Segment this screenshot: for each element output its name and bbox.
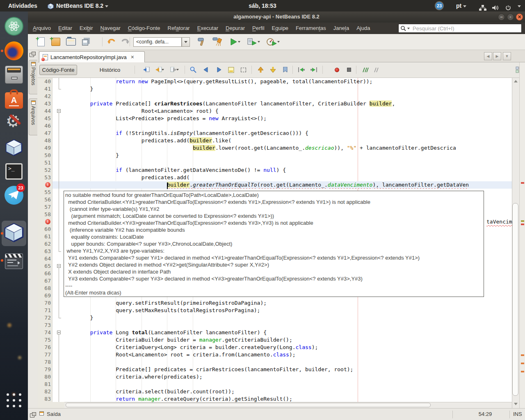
code-line[interactable]: CriteriaBuilder builder = manager.getCri… — [64, 336, 519, 344]
rect-selection-icon[interactable] — [239, 66, 248, 74]
history-view-button[interactable]: Histórico — [92, 65, 128, 75]
code-line[interactable] — [64, 322, 519, 329]
app-menu[interactable]: NetBeans IDE 8.2 — [48, 0, 108, 11]
toggle-highlight-icon[interactable] — [226, 66, 235, 74]
files-launcher[interactable] — [4, 65, 24, 84]
volume-icon[interactable] — [492, 3, 499, 9]
undo-button[interactable] — [106, 36, 117, 48]
code-line[interactable]: return new PageImpl<>(query.getResultLis… — [64, 78, 519, 85]
document-list-button[interactable]: ▼ — [503, 52, 511, 60]
menu-janela[interactable]: Janela — [330, 23, 353, 34]
save-all-button[interactable] — [80, 36, 92, 48]
prev-occurrence-icon[interactable] — [202, 66, 211, 74]
back-dropdown[interactable] — [162, 69, 164, 71]
scroll-down-icon[interactable] — [513, 402, 518, 406]
redo-button[interactable] — [119, 36, 131, 48]
code-line[interactable]: } — [64, 314, 519, 322]
code-line[interactable]: Root<Lancamento> root) { — [64, 107, 519, 115]
code-line[interactable]: builder.greaterThanOrEqualTo(root.get(La… — [64, 181, 519, 189]
next-document-button[interactable]: ▶ — [493, 52, 501, 60]
show-apps-launcher[interactable] — [4, 386, 24, 415]
clean-build-button[interactable] — [211, 36, 223, 48]
new-file-button[interactable]: + — [35, 36, 47, 48]
fold-box[interactable] — [57, 109, 61, 113]
menu-perfil[interactable]: Perfil — [249, 23, 268, 34]
code-line[interactable]: builder.lower(root.get(Lancamento_.descr… — [64, 144, 519, 152]
macro-stop-icon[interactable] — [345, 66, 354, 74]
config-selector[interactable]: <config. defa... — [133, 37, 182, 47]
run-dropdown[interactable] — [238, 41, 240, 43]
settings-launcher[interactable]: ⚙ — [4, 113, 24, 133]
netbeans-active-launcher[interactable] — [4, 223, 24, 242]
source-view-button[interactable]: Código-Fonte — [39, 65, 77, 75]
uncomment-icon[interactable] — [372, 66, 381, 74]
vertical-scroll-handle[interactable] — [512, 203, 518, 396]
code-line[interactable] — [64, 93, 519, 100]
shift-right-icon[interactable] — [309, 66, 318, 74]
code-editor[interactable]: 40 return new PageImpl<>(query.getResult… — [38, 78, 519, 408]
menu-código-fonte[interactable]: Código-Fonte — [124, 23, 164, 34]
profile-dropdown[interactable] — [277, 41, 280, 43]
sidebar-tab-files[interactable]: Arquivos — [29, 98, 37, 135]
macro-record-icon[interactable] — [332, 66, 341, 74]
error-stripe[interactable] — [519, 62, 525, 408]
dock-icon[interactable] — [30, 412, 36, 417]
code-line[interactable]: Root<Lancamento> root = criteria.from(La… — [64, 351, 519, 358]
code-line[interactable]: CriteriaQuery<Long> criteria = builder.c… — [64, 344, 519, 351]
system-menu-chevron[interactable] — [516, 0, 521, 11]
atom-launcher[interactable] — [4, 16, 24, 36]
debug-button[interactable] — [246, 36, 258, 48]
next-occurrence-icon[interactable] — [214, 66, 223, 74]
config-selector-arrow[interactable] — [182, 37, 190, 47]
stripe-mark[interactable] — [521, 224, 524, 225]
stripe-mark[interactable] — [521, 363, 524, 364]
software-center-launcher[interactable]: A — [4, 89, 24, 109]
shift-left-icon[interactable] — [297, 66, 306, 74]
netbeans-launcher[interactable] — [4, 138, 24, 158]
quick-search[interactable] — [398, 24, 522, 33]
menu-executar[interactable]: Executar — [194, 23, 222, 34]
code-line[interactable]: predicates.add(builder.like( — [64, 137, 519, 144]
debug-dropdown[interactable] — [258, 41, 260, 43]
search-icon[interactable] — [399, 25, 412, 31]
code-line[interactable] — [64, 358, 519, 366]
code-line[interactable]: List<Predicate> predicates = new ArrayLi… — [64, 115, 519, 122]
title-bar[interactable]: algamoney-api - NetBeans IDE 8.2 – ▫ ✕ — [28, 11, 525, 23]
profile-button[interactable] — [266, 36, 277, 48]
fold-box[interactable] — [57, 264, 61, 268]
notification-badge[interactable]: 23 — [435, 1, 444, 10]
maximize-button[interactable]: ▫ — [507, 14, 514, 21]
fold-box[interactable] — [57, 331, 61, 334]
code-line[interactable] — [64, 159, 519, 167]
comment-icon[interactable] — [361, 66, 370, 74]
menu-exibir[interactable]: Exibir — [76, 23, 97, 34]
network-icon[interactable] — [479, 3, 486, 9]
code-line[interactable]: if (!StringUtils.isEmpty(lancamentoFilte… — [64, 130, 519, 137]
prev-document-button[interactable]: ◀ — [484, 52, 492, 60]
close-button[interactable]: ✕ — [516, 14, 523, 21]
dock-icon[interactable] — [30, 52, 35, 57]
code-line[interactable]: Predicate[] predicates = criarRestricoes… — [64, 366, 519, 373]
scroll-up-icon[interactable] — [513, 79, 518, 84]
video-editor-launcher[interactable] — [4, 251, 24, 271]
find-icon[interactable] — [189, 66, 198, 74]
code-line[interactable]: private Long total(LancamentoFilter lanc… — [64, 329, 519, 336]
stripe-mark[interactable] — [521, 354, 524, 356]
menu-ferramentas[interactable]: Ferramentas — [292, 23, 330, 34]
search-input[interactable] — [412, 25, 521, 32]
prev-bookmark-icon[interactable] — [256, 66, 265, 74]
insert-mode[interactable]: INS — [513, 411, 522, 417]
terminal-launcher[interactable]: >_ — [4, 162, 24, 181]
firefox-launcher[interactable] — [4, 41, 24, 61]
sidebar-tab-projects[interactable]: Projetos — [29, 60, 37, 94]
menu-depurar[interactable]: Depurar — [222, 23, 249, 34]
menu-equipe[interactable]: Equipe — [268, 23, 292, 34]
horizontal-scroll-handle[interactable] — [66, 403, 431, 407]
code-line[interactable]: } — [64, 85, 519, 93]
output-tab-label[interactable]: Saída — [47, 411, 61, 417]
build-button[interactable] — [196, 36, 208, 48]
menu-navegar[interactable]: Navegar — [97, 23, 124, 34]
menu-arquivo[interactable]: Arquivo — [29, 23, 55, 34]
code-line[interactable]: if (lancamentoFilter.getDataVencimentoDe… — [64, 167, 519, 174]
run-button[interactable] — [228, 36, 239, 48]
